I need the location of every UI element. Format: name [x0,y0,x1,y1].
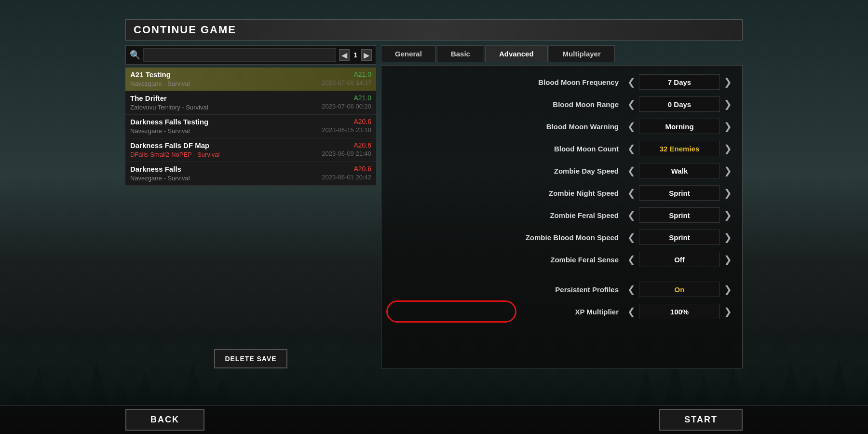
decrement-arrow[interactable]: ❮ [626,187,636,199]
increment-arrow[interactable]: ❯ [723,121,732,132]
delete-save-button[interactable]: DELETE SAVE [214,349,287,368]
setting-control: ❮ 32 Enemies ❯ [626,141,732,156]
decrement-arrow[interactable]: ❮ [626,231,636,243]
increment-arrow[interactable]: ❯ [723,306,732,317]
decrement-arrow[interactable]: ❮ [626,254,636,265]
setting-value: Morning [639,119,720,134]
increment-arrow[interactable]: ❯ [723,231,732,243]
setting-label: Blood Moon Warning [391,122,626,131]
setting-control: ❮ Walk ❯ [626,163,732,178]
save-item[interactable]: Darkness Falls A20.6 Navezgane - Surviva… [125,162,376,186]
setting-row: Blood Moon Range ❮ 0 Days ❯ [391,95,732,113]
setting-value: Sprint [639,207,720,223]
setting-control: ❮ Sprint ❯ [626,185,732,201]
save-item[interactable]: A21 Testing A21.0 Navezgane - Survival 2… [125,68,376,91]
setting-row: Persistent Profiles ❮ On ❯ [391,281,732,298]
save-list: A21 Testing A21.0 Navezgane - Survival 2… [125,68,376,338]
increment-arrow[interactable]: ❯ [723,209,732,221]
search-input[interactable] [143,48,336,62]
setting-control: ❮ 7 Days ❯ [626,74,732,90]
setting-row: Blood Moon Count ❮ 32 Enemies ❯ [391,140,732,157]
setting-row: Blood Moon Frequency ❮ 7 Days ❯ [391,73,732,91]
setting-row: Zombie Feral Speed ❮ Sprint ❯ [391,206,732,224]
left-panel: 🔍 ◀ 1 ▶ A21 Testing A21.0 Navezgane - Su… [125,45,376,368]
increment-arrow[interactable]: ❯ [723,76,732,88]
increment-arrow[interactable]: ❯ [723,284,732,295]
decrement-arrow[interactable]: ❮ [626,306,636,317]
setting-label: Persistent Profiles [391,285,626,294]
setting-control: ❮ 0 Days ❯ [626,96,732,112]
setting-label: Blood Moon Range [391,100,626,108]
start-button[interactable]: START [659,409,743,431]
setting-label: Zombie Feral Sense [391,256,626,264]
increment-arrow[interactable]: ❯ [723,98,732,110]
prev-page-button[interactable]: ◀ [339,49,350,61]
increment-arrow[interactable]: ❯ [723,165,732,176]
setting-value: On [639,282,720,297]
setting-row: Blood Moon Warning ❮ Morning ❯ [391,118,732,135]
tab-bar: GeneralBasicAdvancedMultiplayer [381,45,743,62]
setting-label: Zombie Night Speed [391,189,626,197]
increment-arrow[interactable]: ❯ [723,254,732,265]
decrement-arrow[interactable]: ❮ [626,209,636,221]
title-bar: CONTINUE GAME [125,19,743,41]
main-panel: CONTINUE GAME 🔍 ◀ 1 ▶ A21 Testing A21.0 [125,19,743,405]
page-navigation: ◀ 1 ▶ [339,49,372,61]
right-panel: GeneralBasicAdvancedMultiplayer Blood Mo… [381,45,743,368]
decrement-arrow[interactable]: ❮ [626,121,636,132]
setting-value: 100% [639,304,720,319]
save-item[interactable]: Darkness Falls DF Map A20.6 DFalls-Small… [125,138,376,162]
tab-multiplayer[interactable]: Multiplayer [549,45,615,62]
search-icon: 🔍 [130,50,140,60]
setting-label: Blood Moon Frequency [391,78,626,86]
setting-value: Off [639,252,720,267]
content-area: 🔍 ◀ 1 ▶ A21 Testing A21.0 Navezgane - Su… [125,45,743,368]
setting-control: ❮ Sprint ❯ [626,207,732,223]
setting-label: Blood Moon Count [391,145,626,153]
save-item[interactable]: The Drifter A21.0 Zatovuvu Territory - S… [125,91,376,115]
decrement-arrow[interactable]: ❮ [626,143,636,154]
decrement-arrow[interactable]: ❮ [626,284,636,295]
xp-multiplier-row: XP Multiplier ❮ 100% ❯ [391,303,732,320]
setting-value: 0 Days [639,96,720,112]
tab-basic[interactable]: Basic [437,45,484,62]
setting-control: ❮ Morning ❯ [626,119,732,134]
page-number: 1 [352,51,359,59]
setting-value: Walk [639,163,720,178]
setting-value: 32 Enemies [639,141,720,156]
setting-control: ❮ On ❯ [626,282,732,297]
setting-label: XP Multiplier [391,308,626,316]
decrement-arrow[interactable]: ❮ [626,76,636,88]
decrement-arrow[interactable]: ❮ [626,165,636,176]
page-title: CONTINUE GAME [134,24,734,36]
setting-value: 7 Days [639,74,720,90]
save-item[interactable]: Darkness Falls Testing A20.6 Navezgane -… [125,115,376,138]
setting-control: ❮ Off ❯ [626,252,732,267]
setting-label: Zombie Feral Speed [391,211,626,219]
setting-row: Zombie Blood Moon Speed ❮ Sprint ❯ [391,229,732,246]
increment-arrow[interactable]: ❯ [723,143,732,154]
increment-arrow[interactable]: ❯ [723,187,732,199]
setting-row: Zombie Day Speed ❮ Walk ❯ [391,162,732,179]
search-bar: 🔍 ◀ 1 ▶ [125,45,376,65]
decrement-arrow[interactable]: ❮ [626,98,636,110]
setting-label: Zombie Blood Moon Speed [391,233,626,242]
setting-control: ❮ Sprint ❯ [626,230,732,245]
setting-row: Zombie Night Speed ❮ Sprint ❯ [391,184,732,202]
setting-row: Zombie Feral Sense ❮ Off ❯ [391,251,732,268]
bottom-bar: BACK START [0,405,868,434]
tab-advanced[interactable]: Advanced [485,45,548,62]
setting-label: Zombie Day Speed [391,167,626,175]
settings-panel: Blood Moon Frequency ❮ 7 Days ❯ Blood Mo… [381,65,743,368]
setting-value: Sprint [639,230,720,245]
tab-general[interactable]: General [381,45,436,62]
setting-value: Sprint [639,185,720,201]
setting-control: ❮ 100% ❯ [626,304,732,319]
back-button[interactable]: BACK [125,409,204,431]
next-page-button[interactable]: ▶ [361,49,372,61]
